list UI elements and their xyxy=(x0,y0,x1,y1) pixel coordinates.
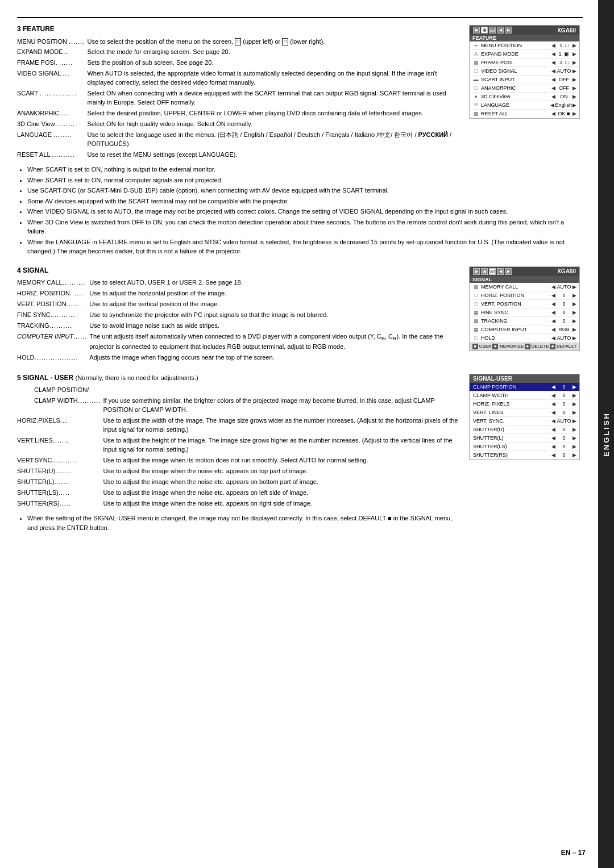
label-reset-all: RESET ALL .......... xyxy=(17,151,75,158)
feature-menu-row-frame-posi: ▦ FRAME POSI. ◀ 3. □ ▶ xyxy=(470,59,579,67)
section5-note: (Normally, there is no need for adjustme… xyxy=(76,374,198,381)
feature-item-3dcineview: 3D Cine View ........ Select ON for high… xyxy=(17,119,463,130)
side-tab-label: ENGLISH xyxy=(602,412,611,457)
feature-bullet-6: When 3D Cine View is switched from OFF t… xyxy=(27,218,583,236)
feature-menu-title: XGA60 xyxy=(557,27,576,34)
signal-item-memory-call: MEMORY CALL.......... Use to select AUTO… xyxy=(17,278,463,289)
label-menu-position: MENU POSITION ....... xyxy=(17,38,85,45)
label-expand-mode: EXPAND MODE .. xyxy=(17,48,69,55)
desc-menu-position: Use to select the position of the menu o… xyxy=(87,38,325,45)
su-item-shutter-u: SHUTTER(U)....... Use to adjust the imag… xyxy=(17,466,463,477)
section3-area: 3 FEATURE MENU POSITION ....... Use to s… xyxy=(17,25,583,160)
signal-row-memory-call: ▦ MEMORY CALL ◀ AUTO ▶ xyxy=(470,283,579,291)
content-area: 3 FEATURE MENU POSITION ....... Use to s… xyxy=(17,17,583,537)
feature-bullets: When SCART is set to ON, nothing is outp… xyxy=(27,165,583,256)
su-item-horiz-pixels: HORIZ.PIXELS.... Use to adjust the width… xyxy=(17,416,463,436)
feature-menu-row-scart: ▬ SCART INPUT ◀ OFF ▶ xyxy=(470,76,579,84)
section-signal: 4 SIGNAL MEMORY CALL.......... Use to se… xyxy=(17,266,583,364)
su-menu-row-vert-lines: VERT. LINES ◀ 0 ▶ xyxy=(470,408,579,417)
desc-3dcineview: Select ON for high quality video image. … xyxy=(87,120,252,127)
signal-menu-title: XGA60 xyxy=(557,268,576,274)
feature-menu: ▶ ▣ opt ◀ ▶ XGA60 FEATURE ➞ MENU POSITIO… xyxy=(469,25,580,119)
feature-menu-container: ▶ ▣ opt ◀ ▶ XGA60 FEATURE ➞ MENU POSITIO… xyxy=(469,25,583,160)
feature-item-language: LANGUAGE ........ Use to select the lang… xyxy=(17,130,463,149)
su-menu-row-clamp-width: CLAMP WIDTH ◀ 0 ▶ xyxy=(470,391,579,400)
feature-bullet-1: When SCART is set to ON, nothing is outp… xyxy=(27,165,583,174)
icon-cam: ▶ xyxy=(473,27,480,34)
signal-desc-table: MEMORY CALL.......... Use to select AUTO… xyxy=(17,278,463,364)
feature-menu-row-menu-position: ➞ MENU POSITION ◀ 1. □ ▶ xyxy=(470,41,579,50)
feature-item-expand-mode: EXPAND MODE .. Select the mode for enlar… xyxy=(17,47,463,58)
footer-user: ■USER xyxy=(472,344,492,349)
section-feature: 3 FEATURE MENU POSITION ....... Use to s… xyxy=(17,25,583,256)
feature-bullet-7: When the LANGUAGE in FEATURE menu is set… xyxy=(27,237,583,256)
feature-bullet-4: Some AV devices equipped with the SCART … xyxy=(27,197,583,206)
su-menu-row-shutter-ls: SHUTTER(LS) ◀ 0 ▶ xyxy=(470,443,579,451)
signal-row-horiz-pos: □ HORIZ. POSITION ◀ 0 ▶ xyxy=(470,291,579,300)
footer-delete: ■DELETE xyxy=(525,344,549,349)
signal-menu-footer: ■USER ■MEMORIZE ■DELETE ■DEFAULT xyxy=(470,343,579,350)
top-border xyxy=(17,17,583,18)
feature-menu-row-anamorphic: □ ANAMORPHIC ◀ OFF ▶ xyxy=(470,84,579,93)
signal-user-bullets: When the setting of the SIGNAL-USER menu… xyxy=(27,514,463,532)
signal-row-tracking: ▦ TRACKING ◀ 0 ▶ xyxy=(470,317,579,326)
signal-menu-icons: ▶ ▣ opt ◀ ▶ xyxy=(473,268,512,275)
page-footer: EN – 17 xyxy=(561,849,586,857)
signal-item-fine-sync: FINE SYNC........... Use to synchronize … xyxy=(17,310,463,321)
feature-item-reset-all: RESET ALL .......... Use to reset the ME… xyxy=(17,149,463,160)
feature-bullet-2: When SCART is set to ON, normal computer… xyxy=(27,176,583,185)
signal-row-computer-input: ▦ COMPUTER INPUT ◀ RGB ▶ xyxy=(470,326,579,334)
desc-language: Use to select the language used in the m… xyxy=(87,131,451,147)
feature-item-anamorphic: ANAMORPHIC .... Select the desired posit… xyxy=(17,108,463,119)
signal-menu-container: ▶ ▣ opt ◀ ▶ XGA60 SIGNAL ▦ MEMORY CALL xyxy=(469,266,583,364)
section4-title: SIGNAL xyxy=(23,266,48,274)
signal-menu: ▶ ▣ opt ◀ ▶ XGA60 SIGNAL ▦ MEMORY CALL xyxy=(469,266,580,351)
desc-frame-posi: Sets the position of sub screen. See pag… xyxy=(87,59,213,66)
desc-expand-mode: Select the mode for enlarging screen. Se… xyxy=(87,48,230,55)
section4-number: 4 xyxy=(17,266,21,274)
icon-prev: ◀ xyxy=(497,27,504,34)
feature-desc-table: MENU POSITION ....... Use to select the … xyxy=(17,36,463,160)
signal-user-menu-title: SIGNAL-USER xyxy=(470,374,579,383)
row-icon: ➞ xyxy=(472,43,480,48)
su-menu-row-vert-sync: VERT. SYNC. ◀ AUTO ▶ xyxy=(470,417,579,425)
footer-icon-user: ■ xyxy=(472,344,478,349)
feature-menu-row-video-signal: □ VIDEO SIGNAL ◀ AUTO ▶ xyxy=(470,67,579,76)
feature-menu-row-language: 中 LANGUAGE ◀ English ▶ xyxy=(470,101,579,110)
signal-row-fine-sync: ▦ FINE SYNC. ◀ 0 ▶ xyxy=(470,308,579,317)
signal-menu-section: SIGNAL xyxy=(470,276,579,283)
desc-anamorphic: Select the desired position, UPPER, CENT… xyxy=(87,110,423,116)
footer-icon-default: ■ xyxy=(550,344,555,349)
desc-reset-all: Use to reset the MENU settings (except L… xyxy=(87,151,237,158)
section3-title: FEATURE xyxy=(23,25,55,33)
page: ENGLISH 3 FEATURE MENU POSITION ....... … xyxy=(0,0,614,868)
side-tab: ENGLISH xyxy=(598,0,614,868)
feature-item-menu-position: MENU POSITION ....... Use to select the … xyxy=(17,36,463,47)
section4-header: 4 SIGNAL xyxy=(17,266,463,274)
feature-item-video-signal: VIDEO SIGNAL ... When AUTO is selected, … xyxy=(17,69,463,89)
feature-menu-row-3dcineview: ● 3D CineView ◀ ON ▶ xyxy=(470,93,579,101)
label-anamorphic: ANAMORPHIC .... xyxy=(17,110,70,116)
feature-menu-icons: ▶ ▣ opt ◀ ▶ xyxy=(473,27,512,34)
section5-area: 5 SIGNAL - USER (Normally, there is no n… xyxy=(17,374,583,537)
su-item-vert-lines: VERT.LINES....... Use to adjust the heig… xyxy=(17,435,463,455)
section4-area: 4 SIGNAL MEMORY CALL.......... Use to se… xyxy=(17,266,583,364)
feature-bullet-3: Use SCART-BNC (or SCART-Mini D-SUB 15P) … xyxy=(27,186,583,195)
label-language: LANGUAGE ........ xyxy=(17,131,72,138)
section3-header: 3 FEATURE xyxy=(17,25,463,33)
signal-user-desc-table: CLAMP POSITION/ CLAMP WIDTH.......... If… xyxy=(17,385,463,509)
section5-header: 5 SIGNAL - USER (Normally, there is no n… xyxy=(17,374,463,382)
label-3dcineview: 3D Cine View ........ xyxy=(17,120,75,127)
signal-row-vert-pos: □ VERT. POSITION ◀ 0 ▶ xyxy=(470,300,579,308)
su-menu-row-shutter-rs: SHUTTER(RS) ◀ 0 ▶ xyxy=(470,451,579,460)
signal-item-vert-pos: VERT. POSITION....... Use to adjust the … xyxy=(17,299,463,310)
label-frame-posi: FRAME POSI. ...... xyxy=(17,59,73,66)
section4-text: 4 SIGNAL MEMORY CALL.......... Use to se… xyxy=(17,266,463,364)
footer-icon-delete: ■ xyxy=(525,344,530,349)
desc-video-signal: When AUTO is selected, the appropriate v… xyxy=(87,70,437,86)
icon-next: ▶ xyxy=(505,27,512,34)
feature-menu-section: FEATURE xyxy=(470,35,579,41)
su-menu-row-clamp-position: CLAMP POSITION ◀ 0 ▶ xyxy=(470,383,579,391)
signal-icon-prev: ◀ xyxy=(497,268,504,275)
signal-item-horiz-pos: HORIZ. POSITION...... Use to adjust the … xyxy=(17,289,463,299)
